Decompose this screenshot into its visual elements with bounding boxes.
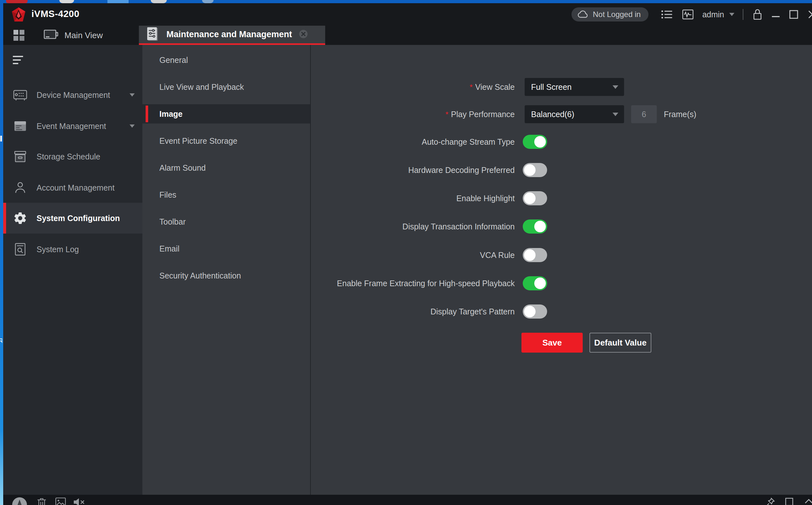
sidebar-item-label: System Configuration bbox=[37, 214, 120, 223]
toggle-label: Auto-change Stream Type bbox=[311, 137, 515, 147]
sidebar-item-device-management[interactable]: Device Management bbox=[3, 79, 143, 110]
close-icon[interactable] bbox=[808, 10, 812, 19]
save-button[interactable]: Save bbox=[521, 333, 583, 353]
monitor-icon bbox=[43, 28, 59, 42]
sidebar-item-event-management[interactable]: Event Management bbox=[3, 111, 143, 142]
active-indicator bbox=[3, 203, 6, 233]
view-scale-label: *View Scale bbox=[311, 82, 515, 92]
toggle-knob bbox=[524, 249, 536, 261]
background-window-fragment bbox=[59, 0, 74, 3]
chevron-down-icon bbox=[129, 94, 135, 97]
settings-nav-item-files[interactable]: Files bbox=[143, 185, 310, 204]
alarm-icon[interactable] bbox=[12, 497, 28, 505]
image-settings-form: *View Scale Full Screen *Play Performanc… bbox=[311, 45, 812, 495]
toggle-enable-frame-extracting[interactable] bbox=[523, 276, 547, 290]
sidebar-item-system-configuration[interactable]: System Configuration bbox=[3, 203, 143, 233]
app-logo-icon bbox=[11, 7, 26, 23]
lock-icon[interactable] bbox=[752, 8, 763, 20]
toggle-display-targets-pattern[interactable] bbox=[523, 305, 547, 319]
minimize-icon[interactable] bbox=[772, 10, 780, 19]
app-title: iVMS-4200 bbox=[31, 9, 79, 19]
toggle-knob bbox=[524, 306, 536, 317]
content-area: Device Management bbox=[3, 45, 812, 495]
titlebar-divider bbox=[743, 9, 743, 20]
background-window-fragment bbox=[202, 0, 214, 3]
hamburger-icon[interactable] bbox=[13, 56, 24, 65]
storage-icon bbox=[13, 150, 28, 163]
log-icon bbox=[13, 242, 28, 256]
settings-nav-item-event-picture-storage[interactable]: Event Picture Storage bbox=[143, 131, 310, 151]
settings-nav-item-toolbar[interactable]: Toolbar bbox=[143, 212, 310, 231]
gear-icon bbox=[13, 211, 28, 225]
toggle-knob bbox=[534, 221, 546, 232]
sidebar-item-label: Storage Schedule bbox=[37, 152, 100, 161]
toggle-label: Enable Frame Extracting for High-speed P… bbox=[311, 279, 515, 288]
user-menu[interactable]: admin bbox=[702, 10, 734, 19]
background-window-fragment: R bbox=[0, 337, 2, 344]
toggle-vca-rule[interactable] bbox=[523, 248, 547, 262]
toggle-label: VCA Rule bbox=[311, 250, 515, 260]
login-status-text: Not Logged in bbox=[593, 10, 640, 19]
sidebar-item-system-log[interactable]: System Log bbox=[3, 234, 143, 265]
user-name: admin bbox=[702, 10, 724, 19]
settings-nav-item-security-authentication[interactable]: Security Authentication bbox=[143, 266, 310, 285]
chevron-down-icon bbox=[612, 86, 618, 89]
settings-nav-item-email[interactable]: Email bbox=[143, 239, 310, 258]
toggle-hardware-decoding-preferred[interactable] bbox=[523, 163, 547, 177]
play-performance-select[interactable]: Balanced(6) bbox=[525, 105, 624, 123]
titlebar: iVMS-4200 Not Logged in bbox=[3, 3, 812, 26]
close-circle-icon[interactable] bbox=[299, 29, 308, 40]
background-window-fragment bbox=[151, 0, 167, 3]
active-indicator bbox=[146, 106, 148, 122]
performance-monitor-icon[interactable] bbox=[682, 9, 694, 20]
maintenance-icon bbox=[146, 27, 159, 43]
trash-icon[interactable] bbox=[37, 497, 46, 505]
ivms-app-window: iVMS-4200 Not Logged in bbox=[3, 3, 812, 505]
account-icon bbox=[13, 181, 28, 194]
toggle-label: Enable Highlight bbox=[311, 194, 515, 203]
tab-maintenance-label: Maintenance and Management bbox=[167, 29, 292, 39]
frames-unit-label: Frame(s) bbox=[664, 110, 696, 119]
sidebar-item-label: Account Management bbox=[37, 183, 114, 192]
login-status-badge[interactable]: Not Logged in bbox=[571, 7, 648, 21]
required-asterisk: * bbox=[470, 83, 472, 92]
view-scale-select[interactable]: Full Screen bbox=[525, 78, 624, 96]
sidebar-item-label: Event Management bbox=[37, 122, 106, 131]
grid-icon[interactable] bbox=[13, 29, 25, 43]
settings-nav-item-alarm-sound[interactable]: Alarm Sound bbox=[143, 158, 310, 177]
frames-input[interactable]: 6 bbox=[631, 105, 657, 123]
play-performance-label: *Play Performance bbox=[311, 110, 515, 119]
toggle-knob bbox=[534, 278, 546, 289]
tab-main-view-label: Main View bbox=[64, 30, 102, 40]
toggle-knob bbox=[534, 136, 546, 148]
chevron-up-icon[interactable] bbox=[804, 497, 812, 505]
device-icon bbox=[13, 89, 28, 102]
toggle-knob bbox=[524, 192, 536, 204]
tab-bar: Main View Maintenance and Management bbox=[3, 26, 812, 45]
speaker-muted-icon[interactable] bbox=[73, 497, 85, 505]
toggle-label: Hardware Decoding Preferred bbox=[311, 166, 515, 175]
desktop-background: R iVMS-4200 bbox=[0, 0, 812, 505]
default-value-button[interactable]: Default Value bbox=[589, 333, 651, 353]
chevron-down-icon bbox=[129, 125, 135, 128]
background-window-fragment bbox=[107, 0, 128, 3]
settings-nav-item-live-view-and-playback[interactable]: Live View and Playback bbox=[143, 77, 310, 97]
image-icon[interactable] bbox=[55, 497, 66, 505]
status-bar bbox=[3, 495, 812, 505]
tab-maintenance-and-management[interactable]: Maintenance and Management bbox=[139, 26, 325, 45]
toggle-knob bbox=[524, 164, 536, 176]
settings-nav-item-general[interactable]: General bbox=[143, 50, 310, 69]
toggle-display-transaction-information[interactable] bbox=[523, 219, 547, 233]
settings-nav-item-image[interactable]: Image bbox=[143, 104, 310, 124]
toggle-label: Display Transaction Information bbox=[311, 222, 515, 231]
sidebar-item-account-management[interactable]: Account Management bbox=[3, 172, 143, 203]
square-icon[interactable] bbox=[785, 497, 794, 505]
sidebar-item-storage-schedule[interactable]: Storage Schedule bbox=[3, 141, 143, 172]
tab-main-view[interactable]: Main View bbox=[43, 26, 102, 45]
background-window-fragment bbox=[6, 0, 28, 3]
pin-icon[interactable] bbox=[765, 497, 775, 505]
task-list-icon[interactable] bbox=[660, 9, 673, 20]
toggle-auto-change-stream-type[interactable] bbox=[523, 135, 547, 149]
maximize-icon[interactable] bbox=[789, 10, 799, 19]
toggle-enable-highlight[interactable] bbox=[523, 191, 547, 205]
